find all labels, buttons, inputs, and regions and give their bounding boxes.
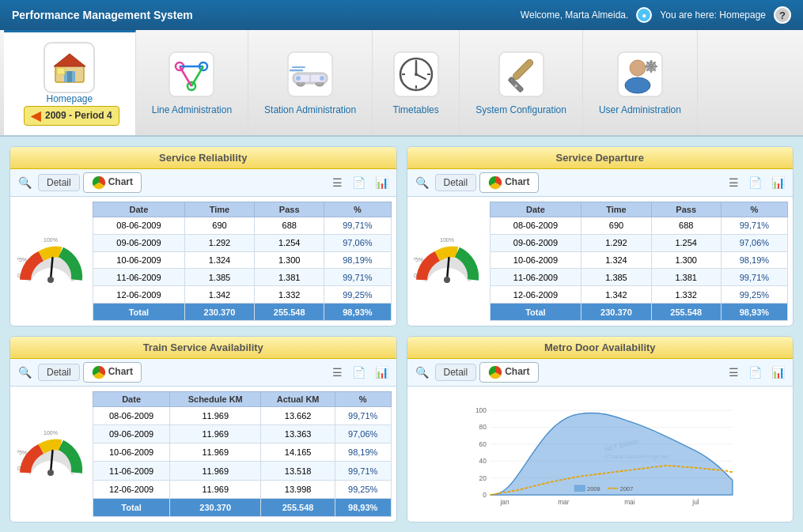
- table-cell: 99,25%: [335, 480, 391, 498]
- tab-detail-mda[interactable]: Detail: [435, 364, 477, 381]
- svg-rect-4: [57, 68, 65, 74]
- period-badge: ◀ 2009 - Period 4: [24, 106, 119, 126]
- list-icon-sd[interactable]: ☰: [725, 175, 742, 191]
- tab-detail-tsa[interactable]: Detail: [38, 364, 80, 381]
- tab-detail-sr[interactable]: Detail: [38, 174, 80, 191]
- nav-item-homepage[interactable]: Homepage ◀ 2009 - Period 4: [4, 30, 136, 135]
- table-cell: 690: [184, 217, 254, 235]
- pdf-icon-mda[interactable]: 📄: [745, 364, 765, 380]
- table-cell: 12-06-2009: [93, 480, 170, 498]
- table-cell: 10-06-2009: [93, 443, 170, 462]
- pdf-icon-sd[interactable]: 📄: [745, 175, 765, 191]
- table-cell: 1.324: [581, 251, 651, 269]
- station-admin-icon: [285, 48, 336, 100]
- table-cell: 99,71%: [335, 407, 391, 425]
- tab-bar-service-reliability: 🔍 Detail Chart ☰ 📄 📊: [10, 169, 396, 197]
- table-cell: 97,06%: [335, 425, 391, 443]
- panel-header-metro-door: Metro Door Availability: [407, 337, 794, 359]
- table-cell-total: 255.548: [261, 498, 335, 516]
- table-cell: 97,06%: [721, 234, 787, 251]
- table-cell: 99,71%: [721, 269, 787, 286]
- table-cell: 13.363: [261, 425, 335, 443]
- table-cell: 98,19%: [324, 251, 391, 269]
- table-cell: 99,71%: [324, 217, 391, 235]
- tab-detail-sd[interactable]: Detail: [435, 174, 477, 191]
- help-button[interactable]: ?: [774, 6, 791, 24]
- gauge-svg-sd: 100% 75% 0%: [414, 234, 481, 289]
- nav-label-user-admin: User Administration: [599, 104, 681, 117]
- nav-item-system-config[interactable]: System Configuration: [460, 30, 583, 135]
- col-pct-sd: %: [721, 202, 787, 217]
- header-right: Welcome, Marta Almeida. ● You are here: …: [521, 6, 791, 24]
- list-icon-tsa[interactable]: ☰: [329, 364, 346, 380]
- panel-metro-door: Metro Door Availability 🔍 Detail Chart ☰…: [407, 336, 794, 523]
- table-cell: 97,06%: [324, 234, 391, 251]
- nav-item-user-admin[interactable]: User Administration: [583, 30, 698, 135]
- nav-label-timetables: Timetables: [393, 104, 439, 117]
- table-cell: 1.292: [184, 234, 254, 251]
- search-icon-sr[interactable]: 🔍: [15, 175, 35, 191]
- svg-text:jul: jul: [691, 498, 699, 506]
- excel-icon-tsa[interactable]: 📊: [372, 364, 392, 380]
- col-pct-tsa: %: [335, 392, 391, 407]
- user-admin-icon: [614, 48, 665, 100]
- table-cell: 09-06-2009: [490, 234, 581, 251]
- table-cell: 1.324: [184, 251, 254, 269]
- nav-item-timetables[interactable]: Timetables: [373, 30, 460, 135]
- svg-point-37: [625, 77, 650, 93]
- homepage-icon-wrap: [44, 42, 95, 93]
- table-cell: 11.969: [170, 407, 261, 425]
- tab-chart-sr[interactable]: Chart: [83, 172, 142, 193]
- pdf-icon-sr[interactable]: 📄: [349, 175, 369, 191]
- tab-chart-mda[interactable]: Chart: [479, 362, 538, 383]
- tab-chart-tsa[interactable]: Chart: [83, 362, 142, 383]
- table-cell: 12-06-2009: [93, 286, 185, 304]
- table-cell: 11.969: [170, 480, 261, 498]
- gauge-sd: 100% 75% 0%: [412, 202, 483, 321]
- col-actkm-tsa: Actual KM: [261, 392, 335, 407]
- table-cell: 10-06-2009: [490, 251, 581, 269]
- excel-icon-sd[interactable]: 📊: [768, 175, 788, 191]
- nav-item-station-admin[interactable]: Station Administration: [248, 30, 373, 135]
- list-icon-mda[interactable]: ☰: [725, 364, 742, 380]
- table-cell: 1.332: [651, 286, 721, 304]
- svg-text:jan: jan: [499, 498, 509, 506]
- table-area-sr: 100% 75% 0% Date Time Pass: [10, 197, 396, 326]
- table-cell-total: 255.548: [255, 304, 324, 321]
- excel-icon-sr[interactable]: 📊: [372, 175, 392, 191]
- table-cell: 11-06-2009: [93, 462, 170, 480]
- main-content: Service Reliability 🔍 Detail Chart ☰ 📄 📊: [0, 137, 803, 532]
- excel-icon-mda[interactable]: 📊: [768, 364, 788, 380]
- table-cell: 688: [651, 217, 721, 235]
- pdf-icon-tsa[interactable]: 📄: [349, 364, 369, 380]
- svg-text:jCharts.SourceForge.net: jCharts.SourceForge.net: [604, 452, 669, 459]
- tab-actions-mda: ☰ 📄 📊: [725, 364, 788, 380]
- navbar: Homepage ◀ 2009 - Period 4 Line Administ…: [0, 30, 803, 137]
- svg-text:75%: 75%: [414, 257, 423, 262]
- table-cell: 99,25%: [721, 286, 787, 304]
- table-cell: 1.385: [581, 269, 651, 286]
- svg-text:2008: 2008: [587, 485, 600, 492]
- nav-label-system-config: System Configuration: [475, 104, 566, 117]
- search-icon-sd[interactable]: 🔍: [412, 175, 432, 191]
- tab-chart-sd[interactable]: Chart: [479, 172, 538, 193]
- table-cell-total: 98,93%: [324, 304, 391, 321]
- svg-text:80: 80: [479, 423, 487, 431]
- search-icon-tsa[interactable]: 🔍: [15, 364, 35, 380]
- svg-text:100%: 100%: [44, 237, 58, 243]
- table-cell-total: 98,93%: [721, 304, 787, 321]
- svg-text:100%: 100%: [44, 430, 58, 436]
- search-icon-mda[interactable]: 🔍: [412, 364, 432, 380]
- nav-item-line-admin[interactable]: Line Administration: [136, 30, 248, 135]
- list-icon-sr[interactable]: ☰: [329, 175, 346, 191]
- col-date-sr: Date: [93, 202, 185, 217]
- svg-text:60: 60: [479, 440, 487, 447]
- table-cell-total: 255.548: [651, 304, 721, 321]
- gauge-svg-sr: 100% 75% 0%: [17, 234, 85, 289]
- table-cell-total: 98,93%: [335, 498, 391, 516]
- table-cell: 1.300: [255, 251, 324, 269]
- table-cell-total: Total: [93, 304, 185, 321]
- col-schkm-tsa: Schedule KM: [170, 392, 261, 407]
- svg-text:2007: 2007: [619, 485, 632, 492]
- table-cell: 688: [255, 217, 324, 235]
